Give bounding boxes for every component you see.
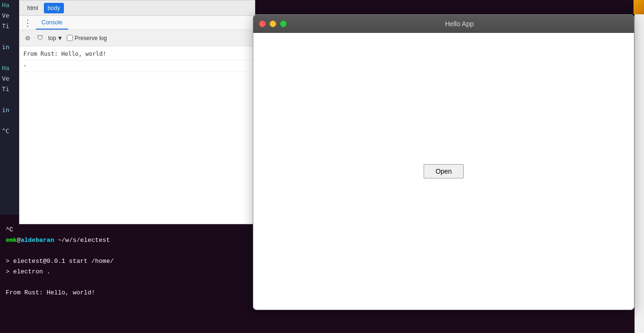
code-line: Ve (0, 10, 21, 21)
open-button[interactable]: Open (424, 164, 464, 178)
terminal-path: ~/w/s/electest (54, 237, 110, 244)
code-line: Ha (0, 63, 21, 73)
clear-console-icon[interactable]: ⊘ (23, 34, 32, 42)
console-prompt-line[interactable]: › (20, 60, 255, 72)
window-close-button[interactable]: ✕ (259, 21, 266, 27)
code-line: Ti (0, 21, 21, 31)
preserve-log-checkbox[interactable] (67, 35, 73, 41)
terminal-line: ^C (6, 225, 249, 235)
console-toolbar: ⊘ ⛉ top ▼ Preserve log (20, 30, 255, 46)
tab-html[interactable]: html (23, 3, 42, 13)
terminal-user: emk (6, 237, 17, 244)
terminal: ^C emk@aldebaran ~/w/s/electest > electe… (0, 221, 255, 333)
filter-icon[interactable]: ⛉ (36, 34, 44, 42)
terminal-prompt: emk@aldebaran ~/w/s/electest (6, 235, 249, 246)
window-title: Hello App (291, 20, 628, 28)
code-line: Ve (0, 73, 21, 84)
window-titlebar: ✕ − + Hello App (253, 15, 634, 33)
preserve-log-label[interactable]: Preserve log (67, 35, 107, 42)
tab-body[interactable]: body (44, 3, 64, 13)
terminal-line-cmd2: > electron . (6, 267, 249, 277)
code-line: ^C (0, 126, 21, 136)
console-message-text: From Rust: Hello, world! (23, 50, 106, 58)
preserve-log-text: Preserve log (75, 35, 107, 42)
code-line (0, 115, 21, 126)
code-editor: Ha Ve Ti in Ha Ve Ti in ^C (0, 0, 21, 215)
more-tabs-icon[interactable]: ⋮ (20, 18, 36, 28)
code-line: Ha (0, 0, 21, 10)
window-body: Open (253, 33, 634, 310)
console-message: From Rust: Hello, world! (20, 48, 255, 60)
code-line: in (0, 42, 21, 52)
console-tab-bar: ⋮ Console (20, 16, 255, 30)
context-selector[interactable]: top ▼ (48, 35, 63, 42)
right-panel: padding – (634, 0, 644, 333)
terminal-host: aldebaran (21, 237, 54, 244)
code-line (0, 52, 21, 63)
devtools-panel: html body ⋮ Console ⊘ ⛉ top ▼ Preserve l… (19, 0, 255, 224)
devtools-breadcrumb: html body (20, 0, 255, 16)
window-minimize-button[interactable]: − (270, 21, 276, 27)
terminal-rust-output: From Rust: Hello, world! (6, 288, 249, 298)
window-maximize-button[interactable]: + (280, 21, 287, 27)
code-line (0, 31, 21, 42)
code-line (0, 94, 21, 105)
tab-console[interactable]: Console (36, 16, 68, 30)
console-output: From Rust: Hello, world! › (20, 46, 255, 224)
context-label: top (48, 35, 56, 42)
code-line: in (0, 105, 21, 115)
terminal-blank (6, 246, 249, 256)
terminal-line-cmd1: > electest@0.0.1 start /home/ (6, 256, 249, 267)
top-right-accent (634, 0, 644, 14)
code-line: Ti (0, 84, 21, 94)
terminal-blank2 (6, 277, 249, 288)
context-dropdown-arrow: ▼ (57, 35, 63, 42)
console-arrow-icon[interactable]: › (23, 62, 27, 70)
hello-app-window: ✕ − + Hello App Open (253, 14, 634, 310)
